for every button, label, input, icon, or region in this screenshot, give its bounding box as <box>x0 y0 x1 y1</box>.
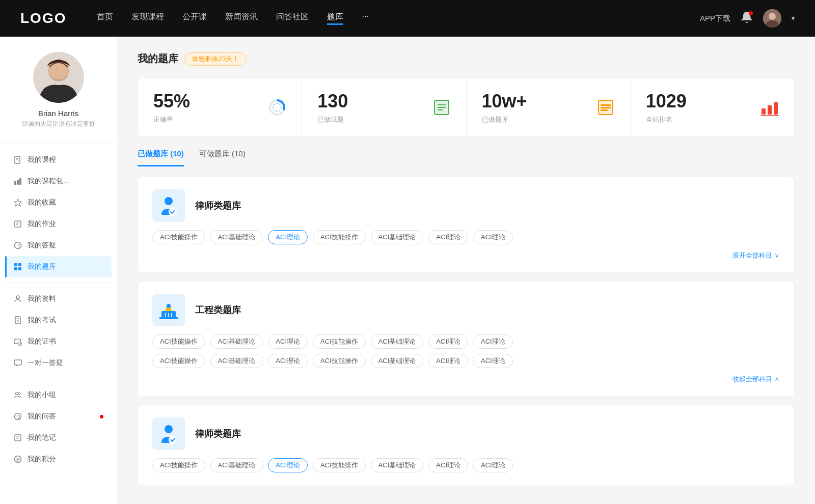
note-icon <box>13 433 22 442</box>
user-avatar[interactable] <box>763 9 781 27</box>
tag[interactable]: ACI理论 <box>473 334 513 349</box>
bank-card-header-lawyer-2: 律师类题库 <box>152 417 780 450</box>
tag[interactable]: ACI理论 <box>268 354 308 368</box>
svg-rect-20 <box>18 263 21 266</box>
rank-icon <box>760 98 779 117</box>
tag[interactable]: ACI技能操作 <box>152 230 205 244</box>
tag[interactable]: ACI基础理论 <box>210 458 263 472</box>
sidebar-item-qa[interactable]: ? 我的答疑 <box>5 235 112 256</box>
bank-title-lawyer-1: 律师类题库 <box>195 200 241 212</box>
sidebar-item-question-bank[interactable]: 我的题库 <box>5 256 112 277</box>
tag[interactable]: ACI基础理论 <box>371 334 424 349</box>
tag[interactable]: ACI理论 <box>428 230 468 244</box>
stat-rank: 1029 全站排名 <box>631 78 794 136</box>
logo: LOGO <box>20 10 66 26</box>
sidebar-item-my-course[interactable]: 我的课程 <box>5 149 112 171</box>
svg-rect-22 <box>18 267 21 270</box>
nav-open-course[interactable]: 公开课 <box>182 12 207 25</box>
stat-value-banks: 10w+ <box>482 91 527 112</box>
svg-point-6 <box>49 63 68 79</box>
cert-icon: ★ <box>13 337 22 346</box>
nav-more[interactable]: ··· <box>362 12 368 25</box>
stat-value-accuracy: 55% <box>153 91 190 112</box>
svg-rect-21 <box>14 267 17 270</box>
nav-home[interactable]: 首页 <box>97 12 113 25</box>
bell-button[interactable] <box>741 11 753 25</box>
tag[interactable]: ACI理论 <box>473 354 513 368</box>
tag[interactable]: ACI技能操作 <box>152 354 205 368</box>
sidebar-item-tutoring[interactable]: 一对一答疑 <box>5 352 112 374</box>
sidebar-item-label: 我的笔记 <box>28 433 103 442</box>
tab-done[interactable]: 已做题库 (10) <box>138 149 184 166</box>
tab-available[interactable]: 可做题库 (10) <box>199 149 246 166</box>
tag[interactable]: ACI技能操作 <box>313 334 366 349</box>
sidebar-item-points[interactable]: 积 我的积分 <box>5 449 112 470</box>
user-chevron-icon[interactable]: ▾ <box>792 15 795 22</box>
tag[interactable]: ACI理论 <box>428 458 468 472</box>
sidebar-menu: 我的课程 我的课程包... 我的收藏 我的作业 <box>0 149 117 470</box>
svg-point-64 <box>165 425 173 433</box>
svg-point-33 <box>18 393 20 395</box>
sidebar-item-label: 我的课程包... <box>28 177 103 186</box>
tag[interactable]: ACI基础理论 <box>210 334 263 349</box>
lawyer-icon-2 <box>152 417 185 450</box>
points-icon: 积 <box>13 455 22 464</box>
tag[interactable]: ACI理论 <box>473 230 513 244</box>
tag[interactable]: ACI技能操作 <box>313 458 366 472</box>
stat-label-banks: 已做题库 <box>482 115 527 124</box>
nav-quiz[interactable]: 题库 <box>327 12 343 25</box>
tag[interactable]: ACI基础理论 <box>371 458 424 472</box>
sidebar-item-label: 我的小组 <box>28 390 103 400</box>
svg-text:?: ? <box>17 243 20 248</box>
bank-title-lawyer-2: 律师类题库 <box>195 428 241 440</box>
tag[interactable]: ACI技能操作 <box>152 334 205 349</box>
tag[interactable]: ACI技能操作 <box>313 230 366 244</box>
sidebar-item-label: 我的积分 <box>28 455 103 464</box>
engineer-icon <box>152 294 185 326</box>
tag[interactable]: ACI基础理论 <box>210 354 263 368</box>
bank-tags-engineer: ACI技能操作 ACI基础理论 ACI理论 ACI技能操作 ACI基础理论 AC… <box>152 334 780 349</box>
sidebar-item-profile[interactable]: 我的资料 <box>5 288 112 310</box>
sidebar-item-group[interactable]: 我的小组 <box>5 384 112 406</box>
tag[interactable]: ACI基础理论 <box>210 230 263 244</box>
stat-banks-done: 10w+ 已做题库 <box>467 78 631 136</box>
svg-rect-50 <box>601 107 611 108</box>
sidebar-item-exam[interactable]: 我的考试 <box>5 310 112 331</box>
tag[interactable]: ACI理论 <box>428 354 468 368</box>
sidebar-item-favorites[interactable]: 我的收藏 <box>5 192 112 213</box>
sidebar-username: Brian Harris <box>10 109 106 118</box>
tag[interactable]: ACI技能操作 <box>152 458 205 472</box>
tag[interactable]: ACI技能操作 <box>313 354 366 368</box>
notification-dot <box>749 11 753 15</box>
sidebar-item-certificate[interactable]: ★ 我的证书 <box>5 331 112 352</box>
tag[interactable]: ACI理论 <box>473 458 513 472</box>
unread-dot <box>100 415 103 418</box>
sidebar-item-homework[interactable]: 我的作业 <box>5 213 112 235</box>
nav-qa[interactable]: 问答社区 <box>276 12 309 25</box>
sidebar-item-course-pack[interactable]: 我的课程包... <box>5 171 112 192</box>
tag[interactable]: ACI理论 <box>268 230 308 244</box>
expand-link-1[interactable]: 展开全部科目 ∨ <box>732 251 780 259</box>
app-download[interactable]: APP下载 <box>700 14 730 23</box>
sidebar-item-my-qa[interactable]: Q 我的问答 <box>5 406 112 427</box>
sidebar-divider-top <box>0 144 117 144</box>
svg-rect-31 <box>14 360 21 365</box>
sidebar-item-label: 我的问答 <box>28 412 94 421</box>
svg-point-56 <box>165 197 173 205</box>
tag[interactable]: ACI基础理论 <box>371 354 424 368</box>
nav-news[interactable]: 新闻资讯 <box>225 12 258 25</box>
accuracy-chart-icon <box>268 98 286 117</box>
tag[interactable]: ACI理论 <box>268 334 308 349</box>
tag[interactable]: ACI基础理论 <box>371 230 424 244</box>
nav-discover[interactable]: 发现课程 <box>131 12 164 25</box>
questions-done-icon <box>432 98 451 117</box>
tag[interactable]: ACI理论 <box>268 458 308 472</box>
svg-point-41 <box>273 103 281 111</box>
bank-tags-lawyer-1: ACI技能操作 ACI基础理论 ACI理论 ACI技能操作 ACI基础理论 AC… <box>152 230 780 244</box>
collapse-link-engineer[interactable]: 收起全部科目 ∧ <box>732 375 780 383</box>
tag[interactable]: ACI理论 <box>428 334 468 349</box>
sidebar-item-label: 我的证书 <box>28 337 103 346</box>
sidebar-item-notes[interactable]: 我的笔记 <box>5 427 112 449</box>
group-icon <box>13 390 22 400</box>
svg-rect-52 <box>762 108 766 115</box>
